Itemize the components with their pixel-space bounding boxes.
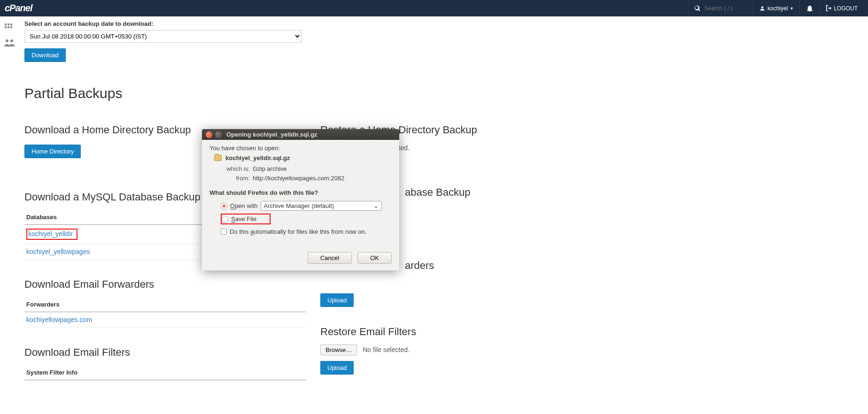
upload-filters-button[interactable]: Upload	[320, 361, 354, 375]
dialog-filename: kochiyel_yelldir.sql.gz	[225, 154, 290, 161]
download-filters-heading: Download Email Filters	[24, 346, 306, 359]
ok-button[interactable]: OK	[357, 252, 392, 264]
search-wrap[interactable]	[688, 0, 752, 16]
caret-down-icon: ▾	[790, 6, 793, 11]
minimize-icon[interactable]	[215, 131, 222, 138]
restore-filters-heading: Restore Email Filters	[320, 326, 865, 338]
backup-date-select[interactable]: Sun Jul 08 2018 00:00:00 GMT+0530 (IST)	[24, 30, 302, 43]
radio-save-file[interactable]	[222, 216, 228, 222]
dialog-titlebar[interactable]: Opening kochiyel_yelldir.sql.gz	[202, 129, 399, 140]
user-menu[interactable]: kochiyel ▾	[752, 0, 799, 16]
search-input[interactable]	[705, 5, 747, 12]
username: kochiyel	[767, 5, 788, 12]
close-icon[interactable]	[206, 131, 212, 138]
auto-label: Do this automatically for files like thi…	[230, 228, 366, 235]
svg-rect-1	[8, 23, 9, 25]
sidebar-users-icon[interactable]	[4, 38, 15, 47]
open-with-radio-row[interactable]: Open with Archive Manager (default) ⌄	[221, 201, 392, 211]
save-file-radio-row[interactable]: Save File	[221, 214, 392, 224]
download-backup-button[interactable]: Download	[24, 48, 66, 62]
download-dialog: Opening kochiyel_yelldir.sql.gz You have…	[202, 129, 399, 270]
svg-rect-4	[8, 26, 9, 28]
cancel-button[interactable]: Cancel	[308, 252, 352, 264]
svg-rect-2	[10, 23, 12, 25]
svg-rect-3	[5, 26, 7, 28]
file-folder-icon	[214, 155, 222, 161]
dialog-title: Opening kochiyel_yelldir.sql.gz	[226, 131, 318, 138]
svg-rect-5	[10, 26, 12, 28]
backup-date-label: Select an account backup date to downloa…	[24, 20, 865, 27]
main-content: Select an account backup date to downloa…	[19, 16, 868, 399]
db-link-yellowpages[interactable]: kochiyel_yellowpages	[26, 248, 90, 255]
forwarders-header: Forwarders	[24, 297, 306, 312]
db-link-yelldir[interactable]: kochiyel_yelldir	[28, 230, 73, 238]
logo: cPanel	[5, 3, 32, 14]
application-select[interactable]: Archive Manager (default) ⌄	[261, 201, 382, 211]
no-file-label: No file selected.	[363, 346, 410, 353]
chevron-down-icon: ⌄	[373, 202, 379, 209]
svg-point-7	[10, 39, 13, 42]
sidebar	[0, 16, 19, 399]
auto-checkbox[interactable]	[221, 229, 227, 235]
dialog-intro: You have chosen to open:	[209, 145, 392, 152]
download-forwarders-heading: Download Email Forwarders	[24, 278, 306, 291]
radio-open-with[interactable]	[221, 203, 227, 209]
logout-icon	[826, 5, 834, 11]
restore-mysql-heading-partial: abase Backup	[320, 186, 865, 199]
svg-rect-0	[5, 23, 7, 25]
logout-button[interactable]: LOGOUT	[820, 0, 863, 16]
forwarder-link[interactable]: kochiyellowpages.com	[26, 316, 92, 323]
topbar: cPanel kochiyel ▾ LOGOUT	[0, 0, 868, 16]
home-directory-button[interactable]: Home Directory	[24, 145, 81, 158]
bell-icon	[806, 5, 813, 12]
notifications-button[interactable]	[799, 0, 820, 16]
restore-forwarders-heading-partial: arders	[320, 260, 865, 272]
open-with-label: Open with	[230, 202, 258, 209]
dialog-question: What should Firefox do with this file?	[209, 189, 392, 196]
table-row: kochiyellowpages.com	[24, 312, 306, 328]
svg-point-6	[6, 39, 8, 42]
browse-filters-button[interactable]: Browse…	[320, 345, 357, 355]
partial-backups-heading: Partial Backups	[24, 85, 865, 101]
sidebar-apps-icon[interactable]	[4, 23, 15, 31]
restore-home-heading: Restore a Home Directory Backup	[320, 124, 865, 136]
upload-forwarders-button[interactable]: Upload	[320, 293, 354, 307]
save-file-label: Save File	[231, 215, 256, 222]
auto-checkbox-row[interactable]: Do this automatically for files like thi…	[221, 228, 392, 235]
search-icon	[694, 5, 701, 12]
filters-header: System Filter Info	[24, 365, 306, 380]
user-icon	[760, 6, 765, 11]
